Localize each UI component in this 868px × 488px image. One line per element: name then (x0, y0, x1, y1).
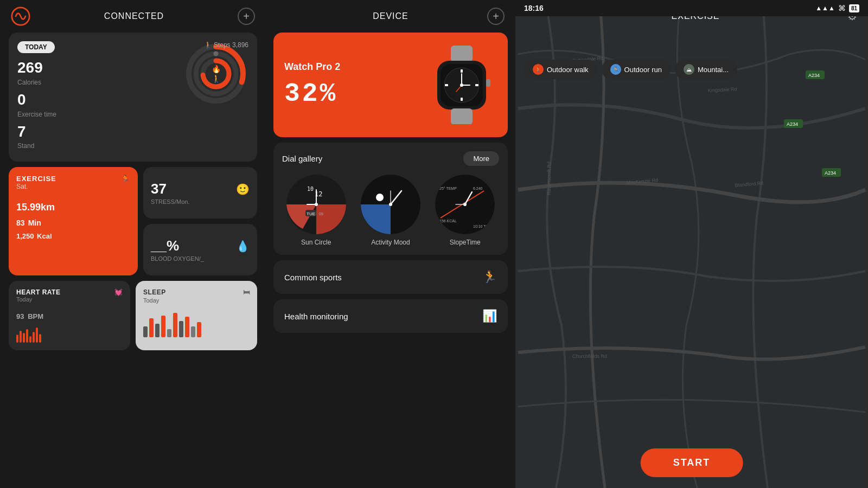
hr-bar (29, 336, 31, 343)
sleep-bar (161, 316, 165, 337)
activity-ring: 🔥 🚶 (183, 41, 248, 106)
heart-rate-card[interactable]: HEART RATE 💓 Today 93 BPM (9, 281, 130, 350)
svg-rect-19 (445, 84, 448, 86)
right-panel: Cottondale Rd Kingsdale Rd Ravenscroft R… (515, 0, 868, 488)
walk-icon: 🚶 (533, 64, 544, 75)
heart-rate-chart (16, 326, 123, 343)
sleep-card[interactable]: SLEEP 🛏 Today (136, 281, 257, 350)
today-badge[interactable]: TODAY (17, 41, 55, 53)
svg-text:Ravenscroft Rd: Ravenscroft Rd (546, 162, 552, 195)
today-stats: 269 Calories 0 Exercise time 7 Stand (17, 60, 177, 153)
watch-banner[interactable]: Watch Pro 2 32% (273, 33, 508, 137)
dial-item-sun-circle[interactable]: 10 12 TUE 09 Sun Ci (286, 175, 346, 246)
stand-label: Stand (17, 142, 177, 150)
sleep-icon: 🛏 (243, 288, 250, 296)
dial-face-activity-mood (361, 175, 420, 234)
blood-oxygen-header: __% 💧 (151, 237, 250, 254)
dial-label-slope-time: SlopeTime (450, 239, 481, 246)
ring-svg: 🔥 🚶 (183, 41, 248, 106)
more-button[interactable]: More (463, 151, 499, 166)
svg-text:🔥: 🔥 (212, 65, 221, 74)
stress-header: 37 🙂 (151, 181, 250, 197)
sleep-day: Today (143, 297, 250, 304)
stress-label: STRESS/Mon. (151, 198, 250, 205)
svg-point-31 (315, 203, 318, 206)
hr-bar (23, 333, 25, 343)
run-icon: 🏃 (121, 175, 130, 183)
hr-bar (36, 328, 38, 343)
watch-image (432, 46, 497, 124)
svg-rect-17 (475, 84, 478, 86)
cards-row: EXERCISE 🏃 Sat. 15.99km 83 Min 1,250 Kca… (9, 167, 257, 275)
middle-header-title: DEVICE (373, 11, 409, 21)
app-logo-icon (11, 7, 30, 26)
svg-rect-22 (486, 79, 490, 87)
today-card: TODAY 269 Calories 0 Exercise time 7 Sta… (9, 33, 257, 162)
battery-indicator: 81 (849, 4, 859, 12)
left-header: CONNECTED + (0, 0, 266, 33)
run-icon: 🏃 (610, 64, 621, 75)
sleep-title: SLEEP 🛏 (143, 288, 250, 296)
status-time: 18:16 (524, 4, 544, 12)
dial-gallery-card: Dial gallery More 10 12 (273, 143, 508, 255)
stress-card[interactable]: 37 🙂 STRESS/Mon. (143, 167, 257, 219)
exercise-title: EXERCISE 🏃 (16, 175, 130, 183)
exercise-time-value: 0 (17, 92, 177, 108)
sleep-bar (167, 329, 171, 337)
blood-oxygen-card[interactable]: __% 💧 BLOOD OXYGEN/_ (143, 224, 257, 275)
svg-rect-18 (461, 98, 463, 101)
left-add-button[interactable]: + (238, 8, 255, 25)
dial-gallery-title: Dial gallery (282, 154, 322, 163)
sports-icon: 🏃 (482, 270, 497, 284)
svg-point-20 (460, 84, 463, 87)
exercise-card[interactable]: EXERCISE 🏃 Sat. 15.99km 83 Min 1,250 Kca… (9, 167, 138, 275)
wifi-icon: ⌘ (838, 4, 846, 12)
mountain-icon: ⛰ (684, 64, 694, 75)
dial-label-sun-circle: Sun Circle (301, 239, 331, 246)
svg-text:A234: A234 (825, 170, 836, 176)
exercise-pills: 🚶 Outdoor walk 🏃 Outdoor run ⛰ Mountai..… (515, 60, 868, 79)
svg-text:Churchfields Rd: Churchfields Rd (572, 354, 607, 359)
mountain-label: Mountai... (698, 66, 729, 74)
common-sports-card[interactable]: Common sports 🏃 (273, 260, 508, 294)
hr-bar (33, 332, 35, 343)
sleep-bar (185, 317, 189, 337)
mountain-pill[interactable]: ⛰ Mountai... (675, 60, 737, 79)
svg-text:09: 09 (319, 212, 323, 216)
stand-value: 7 (17, 124, 177, 140)
svg-rect-9 (451, 46, 473, 62)
status-bar: 18:16 ▲▲▲ ⌘ 81 (515, 0, 868, 16)
health-monitoring-card[interactable]: Health monitoring 📊 (273, 299, 508, 333)
middle-header: DEVICE + (266, 0, 515, 33)
svg-point-33 (376, 194, 384, 201)
outdoor-run-pill[interactable]: 🏃 Outdoor run (602, 60, 671, 79)
svg-text:10:10 TUE: 10:10 TUE (473, 224, 492, 228)
calories-value: 269 (17, 60, 177, 76)
dial-items: 10 12 TUE 09 Sun Ci (282, 175, 499, 246)
blood-oxygen-label: BLOOD OXYGEN/_ (151, 255, 250, 262)
dial-item-activity-mood[interactable]: Activity Mood (361, 175, 420, 246)
middle-panel: DEVICE + Watch Pro 2 32% (266, 0, 515, 488)
hr-bar (26, 329, 28, 343)
blood-oxygen-value: __% (151, 237, 179, 254)
svg-text:TUE: TUE (307, 211, 315, 216)
svg-text:25° TEMP: 25° TEMP (439, 187, 457, 190)
svg-text:A234: A234 (787, 121, 798, 127)
common-sports-title: Common sports (284, 273, 342, 282)
svg-point-36 (389, 203, 392, 206)
health-monitoring-title: Health monitoring (284, 312, 348, 321)
dial-face-sun-circle: 10 12 TUE 09 (286, 175, 346, 234)
sleep-bar (173, 313, 177, 337)
outdoor-walk-pill[interactable]: 🚶 Outdoor walk (524, 60, 597, 79)
stress-icon: 🙂 (236, 183, 250, 196)
device-add-button[interactable]: + (487, 8, 505, 25)
svg-text:🚶: 🚶 (212, 74, 221, 84)
heart-icon: 💓 (114, 288, 123, 296)
steps-label: 🚶 Steps 3,896 (204, 41, 248, 49)
status-icons: ▲▲▲ ⌘ 81 (815, 4, 859, 12)
steps-icon: 🚶 (204, 41, 214, 49)
dial-item-slope-time[interactable]: 25° TEMP 6.240 156 KCAL 10:10 TUE SlopeT… (435, 175, 495, 246)
start-button[interactable]: START (641, 448, 743, 477)
dial-face-slope-time: 25° TEMP 6.240 156 KCAL 10:10 TUE (435, 175, 495, 234)
sleep-bars (143, 310, 250, 337)
